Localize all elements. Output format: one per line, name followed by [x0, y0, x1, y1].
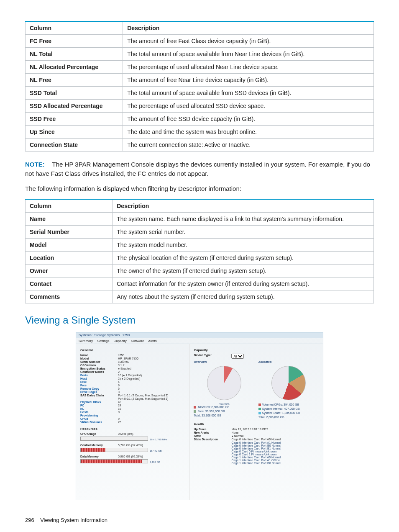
table-cell: Any notes about the system (if entered d… [113, 290, 374, 303]
general-row: Host2 (● 2 Degraded) [80, 377, 185, 380]
general-row: Ports16 (● 1 Degraded) [80, 374, 185, 377]
table-cell: The amount of free SSD device capacity (… [123, 113, 374, 126]
legend-item: Total: 2,606,000 GB [258, 415, 319, 419]
general-row: NL16 [80, 407, 185, 410]
device-type-select[interactable]: All [231, 354, 244, 359]
table-cell: Model [26, 239, 113, 252]
legend-item: Free: 30,502,000 GB [194, 409, 254, 414]
table-cell: The current connection state: Active or … [123, 139, 374, 152]
table-cell: Owner [26, 265, 113, 278]
tab-summary[interactable]: Summary [79, 339, 93, 343]
table-cell: SSD Total [26, 87, 123, 100]
general-row: CPGs9 [80, 417, 185, 420]
table-cell: The percentage of used allocated SSD dev… [123, 100, 374, 113]
general-row: Free9 [80, 384, 185, 387]
table-cell: SSD Allocated Percentage [26, 100, 123, 113]
breadcrumb: Systems : Storage Systems : s750 [76, 332, 323, 338]
table-cell: SSD Free [26, 113, 123, 126]
table-cell: The amount of free Near Line device capa… [123, 74, 374, 87]
general-row: Physical Disks40 [80, 401, 185, 403]
table-cell: The date and time the system was brought… [123, 126, 374, 139]
resource-row: CPU Usage0 MHz (0%) [80, 432, 185, 435]
capacity-columns-table: Column Description FC FreeThe amount of … [25, 21, 374, 152]
table-cell: FC Free [26, 35, 123, 48]
table-cell: The owner of the system (if entered duri… [113, 265, 374, 278]
general-row: ModelHP_3PAR 7950 [80, 357, 185, 360]
state-desc-line: Cage 0 Interface Card Port B1 Normal [231, 447, 319, 450]
allocated-pie [271, 366, 306, 400]
col-header: Description [113, 199, 374, 213]
table-cell: The system name. Each name displayed is … [113, 213, 374, 226]
table-cell: The percentage of used allocated Near Li… [123, 61, 374, 74]
table-cell: The amount of free Fast Class device cap… [123, 35, 374, 48]
table-cell: Comments [26, 290, 113, 303]
page-number: 296 [25, 517, 34, 523]
general-row: Port 0:0:1 (2 Cages, Max Supported 3) [80, 397, 185, 400]
general-row: Remote Copy6 [80, 387, 185, 390]
general-row: Encryption Status● Enabled [80, 367, 185, 370]
general-row: Names750 [80, 354, 185, 357]
tab-capacity[interactable]: Capacity [114, 339, 127, 343]
state-desc-line: Cage 0 Card 0 Firmware Unknown [231, 450, 319, 453]
health-row: State● Normal [194, 434, 319, 437]
table-cell: NL Free [26, 74, 123, 87]
table-cell: The system serial number. [113, 226, 374, 239]
general-label: General [80, 348, 185, 352]
general-row: Disk4 [80, 380, 185, 383]
resources-label: Resources [80, 427, 185, 431]
table-cell: Location [26, 252, 113, 265]
legend-item: Volumes/CPGs: 394,000 GB [258, 403, 319, 407]
tabs: Summary Settings Capacity Software Alert… [76, 338, 323, 344]
general-row: OS Version3.1.2 [80, 364, 185, 367]
overview-label: Overview [194, 360, 254, 363]
general-row: Hosts0 [80, 411, 185, 414]
health-row: New AlertsNone [194, 431, 319, 434]
general-row: FC24 [80, 404, 185, 407]
table-cell: Name [26, 213, 113, 226]
table-cell: Contact information for the system owner… [113, 278, 374, 290]
page-footer: 296 Viewing System Information [25, 517, 374, 523]
legend-item: System Internal: 407,000 GB [258, 407, 319, 411]
general-row: Controller Nodes2 [80, 370, 185, 373]
table-cell: Up Since [26, 126, 123, 139]
table-cell: Connection State [26, 139, 123, 152]
resource-row: Control Memory5,783 GB (37.43%) [80, 444, 185, 447]
col-header: Column [26, 21, 123, 35]
legend-item: Allocated: 2,606,000 GB [194, 405, 254, 409]
tab-software[interactable]: Software [131, 339, 144, 343]
tab-alerts[interactable]: Alerts [148, 339, 156, 343]
general-row: Provisioning [80, 414, 185, 417]
table-cell: The total amount of space available from… [123, 48, 374, 61]
state-desc-line: Cage 1 Interface Card Port A1 Offline [231, 459, 319, 462]
general-row: Serial Number1000750 [80, 360, 185, 363]
state-desc-line: Cage 0 Interface Card Port B0 Normal [231, 444, 319, 447]
col-header: Description [123, 21, 374, 35]
overview-pie [207, 366, 241, 400]
general-row: SAS Daisy ChainPort 1:0:1 (2 Cages, Max … [80, 394, 185, 397]
capacity-label: Capacity [194, 348, 319, 352]
allocated-label: Allocated [258, 360, 319, 363]
descriptor-columns-table: Column Description NameThe system name. … [25, 199, 374, 303]
table-cell: The physical location of the system (if … [113, 252, 374, 265]
health-label: Health [194, 422, 319, 426]
table-cell: The total amount of space available from… [123, 87, 374, 100]
state-desc-line: Cage 0 Card 1 Firmware Unknown [231, 453, 319, 456]
health-row: State DescriptionCage 0 Interface Card P… [194, 438, 319, 441]
state-desc-line: Cage 1 Interface Card Port B0 Normal [231, 462, 319, 465]
general-row: Drive Cages3 [80, 391, 185, 393]
general-row: Virtual Volumes25 [80, 421, 185, 424]
legend-item: System Spare: 1,805,000 GB [258, 411, 319, 415]
table-cell: Contact [26, 278, 113, 290]
single-system-screenshot: Systems : Storage Systems : s750 Summary… [76, 332, 323, 500]
table-cell: NL Total [26, 48, 123, 61]
col-header: Column [26, 199, 113, 213]
state-desc-line: Cage 1 Interface Card Port A0 Normal [231, 456, 319, 459]
lead-paragraph: The following information is displayed w… [25, 184, 374, 193]
resource-row: Data Memory5,980 GB (92.38%) [80, 455, 185, 458]
footer-title: Viewing System Information [40, 517, 107, 523]
table-cell: Serial Number [26, 226, 113, 239]
tab-settings[interactable]: Settings [97, 339, 109, 343]
table-cell: The system model number. [113, 239, 374, 252]
section-heading: Viewing a Single System [25, 314, 374, 326]
note-paragraph: NOTE: The HP 3PAR Management Console dis… [25, 160, 374, 178]
